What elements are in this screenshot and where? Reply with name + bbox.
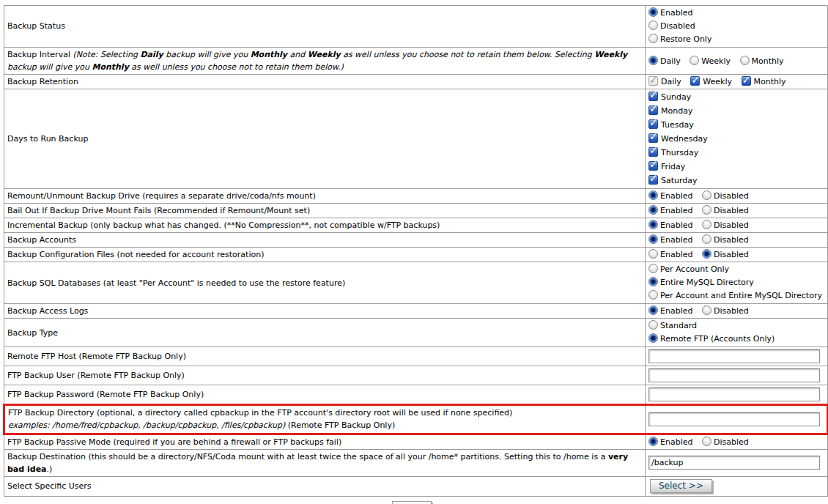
- radio-icon[interactable]: [648, 34, 658, 43]
- checkbox-icon[interactable]: [648, 105, 658, 115]
- radio-icon[interactable]: [702, 220, 711, 229]
- select-users-button[interactable]: Select >>: [650, 479, 712, 493]
- radio-icon[interactable]: [740, 56, 750, 65]
- radio-option-enabled[interactable]: Enabled: [648, 437, 692, 447]
- checkbox-option-daily[interactable]: Daily: [648, 77, 681, 86]
- radio-icon[interactable]: [702, 234, 711, 244]
- radio-option-label: Enabled: [660, 206, 692, 215]
- checkbox-option-sunday[interactable]: Sunday: [648, 90, 824, 104]
- radio-icon[interactable]: [648, 320, 658, 330]
- radio-option-entire-mysql-directory[interactable]: Entire MySQL Directory: [648, 276, 824, 289]
- radio-option-label: Disabled: [714, 191, 749, 201]
- radio-option-monthly[interactable]: Monthly: [740, 56, 784, 66]
- label-ftp-backup-password: FTP Backup Password (Remote FTP Backup O…: [4, 385, 646, 405]
- radio-option-label: Disabled: [714, 206, 749, 215]
- radio-option-enabled[interactable]: Enabled: [648, 220, 692, 230]
- radio-icon[interactable]: [648, 56, 658, 65]
- checkbox-icon[interactable]: [648, 133, 658, 143]
- radio-icon[interactable]: [648, 264, 658, 273]
- checkbox-option-label: Monday: [661, 106, 692, 116]
- radio-option-disabled[interactable]: Disabled: [648, 20, 824, 33]
- radio-option-enabled[interactable]: Enabled: [648, 250, 692, 259]
- radio-icon[interactable]: [648, 7, 658, 17]
- radio-option-per-account-and-entire-mysql[interactable]: Per Account and Entire MySQL Directory: [648, 289, 824, 303]
- radio-option-disabled[interactable]: Disabled: [702, 250, 749, 259]
- save-button[interactable]: Save: [392, 501, 431, 504]
- radio-option-per-account-only[interactable]: Per Account Only: [648, 263, 824, 276]
- backup-config-table: Backup Status Enabled Disabled Restore O…: [3, 5, 828, 497]
- checkbox-option-monday[interactable]: Monday: [648, 104, 824, 118]
- radio-option-label: Enabled: [660, 220, 692, 230]
- radio-icon[interactable]: [648, 234, 658, 244]
- backup-destination-input[interactable]: [648, 456, 820, 470]
- row-backup-destination: Backup Destination (this should be a dir…: [4, 449, 828, 476]
- radio-option-restore-only[interactable]: Restore Only: [648, 33, 824, 46]
- label-backup-interval: Backup Interval (Note: Selecting Daily b…: [4, 48, 646, 75]
- checkbox-icon[interactable]: [648, 161, 658, 171]
- radio-option-label: Daily: [660, 56, 681, 66]
- radio-option-label: Disabled: [714, 306, 749, 316]
- radio-option-standard[interactable]: Standard: [648, 319, 824, 333]
- radio-option-remote-ftp[interactable]: Remote FTP (Accounts Only): [648, 333, 824, 346]
- remote-ftp-host-input[interactable]: [648, 349, 820, 363]
- row-ftp-backup-directory: FTP Backup Directory (optional, a direct…: [4, 405, 828, 434]
- checkbox-option-label: Tuesday: [661, 120, 694, 130]
- radio-option-enabled[interactable]: Enabled: [648, 235, 692, 245]
- label-select-specific-users: Select Specific Users: [4, 476, 646, 496]
- radio-icon[interactable]: [690, 56, 699, 65]
- radio-option-disabled[interactable]: Disabled: [702, 306, 749, 316]
- radio-icon[interactable]: [702, 437, 711, 446]
- checkbox-icon[interactable]: [648, 175, 658, 185]
- radio-option-label: Remote FTP (Accounts Only): [660, 334, 775, 344]
- radio-icon[interactable]: [648, 290, 658, 300]
- radio-option-enabled[interactable]: Enabled: [648, 306, 692, 316]
- checkbox-option-monthly[interactable]: Monthly: [742, 77, 786, 86]
- ftp-backup-directory-input[interactable]: [648, 412, 820, 426]
- ftp-backup-password-input[interactable]: [648, 388, 820, 401]
- radio-option-label: Per Account Only: [660, 264, 729, 274]
- radio-icon[interactable]: [648, 277, 658, 286]
- label-backup-retention: Backup Retention: [4, 75, 646, 89]
- checkbox-option-wednesday[interactable]: Wednesday: [648, 132, 824, 146]
- checkbox-option-saturday[interactable]: Saturday: [648, 174, 824, 188]
- radio-icon[interactable]: [648, 21, 658, 30]
- radio-option-enabled[interactable]: Enabled: [648, 7, 824, 20]
- radio-option-label: Entire MySQL Directory: [660, 278, 754, 287]
- checkbox-icon[interactable]: [690, 76, 700, 86]
- checkbox-icon[interactable]: [742, 76, 751, 86]
- ftp-backup-user-input[interactable]: [648, 368, 820, 382]
- radio-icon[interactable]: [648, 305, 658, 315]
- radio-icon[interactable]: [702, 249, 711, 259]
- radio-icon[interactable]: [648, 190, 658, 200]
- checkbox-option-label: Monthly: [754, 77, 786, 86]
- radio-icon[interactable]: [648, 249, 658, 259]
- radio-option-disabled[interactable]: Disabled: [702, 206, 749, 215]
- checkbox-option-weekly[interactable]: Weekly: [690, 77, 732, 86]
- radio-option-enabled[interactable]: Enabled: [648, 206, 692, 215]
- radio-option-disabled[interactable]: Disabled: [702, 437, 749, 447]
- radio-option-weekly[interactable]: Weekly: [690, 56, 731, 66]
- checkbox-icon[interactable]: [648, 147, 658, 157]
- radio-icon[interactable]: [648, 437, 658, 446]
- checkbox-icon[interactable]: [648, 76, 658, 86]
- radio-icon[interactable]: [702, 205, 711, 215]
- radio-icon[interactable]: [648, 220, 658, 229]
- checkbox-icon[interactable]: [648, 119, 658, 129]
- radio-option-disabled[interactable]: Disabled: [702, 220, 749, 230]
- label-backup-accounts: Backup Accounts: [4, 233, 646, 248]
- radio-option-label: Enabled: [660, 191, 692, 201]
- radio-icon[interactable]: [702, 190, 711, 200]
- checkbox-option-tuesday[interactable]: Tuesday: [648, 118, 824, 132]
- radio-option-daily[interactable]: Daily: [648, 56, 681, 66]
- radio-icon[interactable]: [702, 305, 711, 315]
- radio-option-disabled[interactable]: Disabled: [702, 235, 749, 245]
- checkbox-option-thursday[interactable]: Thursday: [648, 146, 824, 160]
- radio-option-label: Disabled: [714, 235, 749, 245]
- radio-option-enabled[interactable]: Enabled: [648, 191, 692, 201]
- radio-icon[interactable]: [648, 333, 658, 343]
- radio-option-disabled[interactable]: Disabled: [702, 191, 749, 201]
- checkbox-option-label: Wednesday: [661, 134, 708, 144]
- checkbox-icon[interactable]: [648, 92, 658, 101]
- radio-icon[interactable]: [648, 205, 658, 215]
- checkbox-option-friday[interactable]: Friday: [648, 160, 824, 174]
